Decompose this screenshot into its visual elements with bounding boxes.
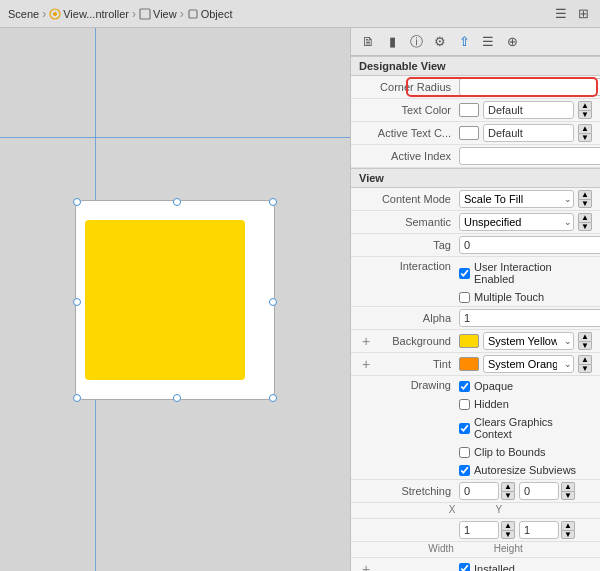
panel-question-icon[interactable]: ⓘ	[405, 31, 427, 53]
active-text-color-up[interactable]: ▲	[578, 124, 592, 133]
background-stepper[interactable]: ▲ ▼	[578, 332, 592, 350]
breadcrumb-scene[interactable]: Scene	[8, 8, 39, 20]
hidden-label: Hidden	[474, 398, 509, 410]
menu-icon[interactable]: ☰	[552, 5, 570, 23]
active-text-color-stepper[interactable]: ▲ ▼	[578, 124, 592, 142]
stretch-h-up[interactable]: ▲	[561, 521, 575, 530]
semantic-select[interactable]: Unspecified	[459, 213, 574, 231]
handle-tr[interactable]	[269, 198, 277, 206]
hidden-checkbox[interactable]	[459, 399, 470, 410]
content-mode-up[interactable]: ▲	[578, 190, 592, 199]
handle-bc[interactable]	[173, 394, 181, 402]
clears-graphics-checkbox[interactable]	[459, 423, 470, 434]
tint-down[interactable]: ▼	[578, 364, 592, 373]
text-color-swatch[interactable]	[459, 103, 479, 117]
stretch-x-input[interactable]	[459, 482, 499, 500]
handle-ml[interactable]	[73, 298, 81, 306]
stretch-w-up[interactable]: ▲	[501, 521, 515, 530]
stretch-h-down[interactable]: ▼	[561, 530, 575, 539]
clears-graphics-label: Clears Graphics Context	[474, 416, 592, 440]
stretch-x-stepper[interactable]: ▲ ▼	[501, 482, 515, 500]
opaque-checkbox[interactable]	[459, 381, 470, 392]
stretch-y-stepper[interactable]: ▲ ▼	[561, 482, 575, 500]
text-color-text: Default	[483, 101, 574, 119]
stretch-y-up[interactable]: ▲	[561, 482, 575, 491]
handle-mr[interactable]	[269, 298, 277, 306]
stretch-x-pair: ▲ ▼	[459, 482, 515, 500]
background-add-btn[interactable]: +	[359, 333, 373, 349]
stretch-x-up[interactable]: ▲	[501, 482, 515, 491]
panel-gear-icon[interactable]: ⚙	[429, 31, 451, 53]
text-color-row: Text Color Default ▲ ▼	[351, 99, 600, 122]
active-text-color-text: Default	[483, 124, 574, 142]
panel-list-icon[interactable]: ☰	[477, 31, 499, 53]
installed-value: Installed	[459, 562, 592, 572]
semantic-row: Semantic Unspecified ⌄ ▲ ▼	[351, 211, 600, 234]
panel-doc-icon[interactable]: 🗎	[357, 31, 379, 53]
breadcrumb-view[interactable]: View	[153, 8, 177, 20]
stretch-x-down[interactable]: ▼	[501, 491, 515, 500]
stretch-w-input[interactable]	[459, 521, 499, 539]
clears-graphics-row: Clears Graphics Context	[459, 415, 592, 441]
stretching-value: ▲ ▼ ▲ ▼	[459, 482, 592, 500]
stretch-h-stepper[interactable]: ▲ ▼	[561, 521, 575, 539]
background-up[interactable]: ▲	[578, 332, 592, 341]
installed-add-btn[interactable]: +	[359, 561, 373, 572]
semantic-up[interactable]: ▲	[578, 213, 592, 222]
installed-checkbox[interactable]	[459, 563, 470, 571]
stretch-y-input[interactable]	[519, 482, 559, 500]
stretch-y-down[interactable]: ▼	[561, 491, 575, 500]
tag-row: Tag ▲ ▼	[351, 234, 600, 257]
width-height-value: ▲ ▼ ▲ ▼	[459, 521, 592, 539]
breadcrumb-object[interactable]: Object	[201, 8, 233, 20]
tint-add-btn[interactable]: +	[359, 356, 373, 372]
background-select[interactable]: System Yellow Color	[483, 332, 574, 350]
alpha-row: Alpha ▲ ▼	[351, 307, 600, 330]
active-text-color-swatch[interactable]	[459, 126, 479, 140]
content-mode-stepper[interactable]: ▲ ▼	[578, 190, 592, 208]
background-down[interactable]: ▼	[578, 341, 592, 350]
active-text-color-value: Default ▲ ▼	[459, 124, 592, 142]
tint-up[interactable]: ▲	[578, 355, 592, 364]
semantic-down[interactable]: ▼	[578, 222, 592, 231]
breadcrumb-viewcontroller[interactable]: View...ntroller	[63, 8, 129, 20]
content-mode-down[interactable]: ▼	[578, 199, 592, 208]
panel-grid-icon[interactable]: ⊕	[501, 31, 523, 53]
text-color-down[interactable]: ▼	[578, 110, 592, 119]
active-index-input[interactable]	[459, 147, 600, 165]
panel-clock-icon[interactable]: ▮	[381, 31, 403, 53]
handle-tl[interactable]	[73, 198, 81, 206]
content-mode-select[interactable]: Scale To Fill	[459, 190, 574, 208]
stretch-w-down[interactable]: ▼	[501, 530, 515, 539]
width-height-label-row: Width Height	[351, 542, 600, 558]
tint-select[interactable]: System Orange Color	[483, 355, 574, 373]
tint-stepper[interactable]: ▲ ▼	[578, 355, 592, 373]
background-row: + Background System Yellow Color ⌄ ▲ ▼	[351, 330, 600, 353]
multiple-touch-checkbox[interactable]	[459, 292, 470, 303]
breadcrumb: Scene › View...ntroller › View › Object	[8, 7, 232, 21]
alpha-input[interactable]	[459, 309, 600, 327]
user-interaction-label: User Interaction Enabled	[474, 261, 592, 285]
semantic-stepper[interactable]: ▲ ▼	[578, 213, 592, 231]
x-label: X	[449, 504, 456, 515]
active-text-color-down[interactable]: ▼	[578, 133, 592, 142]
tint-color-swatch[interactable]	[459, 357, 479, 371]
handle-br[interactable]	[269, 394, 277, 402]
stretch-h-input[interactable]	[519, 521, 559, 539]
stretch-w-stepper[interactable]: ▲ ▼	[501, 521, 515, 539]
panel-attributes-icon[interactable]: ⇧	[453, 31, 475, 53]
user-interaction-checkbox[interactable]	[459, 268, 470, 279]
drawing-row: Drawing Opaque Hidden Clears Graphics Co…	[351, 376, 600, 480]
text-color-up[interactable]: ▲	[578, 101, 592, 110]
main-content: 🗎 ▮ ⓘ ⚙ ⇧ ☰ ⊕ Designable View Corner Rad…	[0, 28, 600, 571]
yellow-view-box[interactable]	[85, 220, 245, 380]
text-color-stepper[interactable]: ▲ ▼	[578, 101, 592, 119]
background-color-swatch[interactable]	[459, 334, 479, 348]
tag-input[interactable]	[459, 236, 600, 254]
autoresize-checkbox[interactable]	[459, 465, 470, 476]
corner-radius-input[interactable]	[459, 78, 600, 96]
handle-bl[interactable]	[73, 394, 81, 402]
handle-tc[interactable]	[173, 198, 181, 206]
grid-view-icon[interactable]: ⊞	[574, 5, 592, 23]
clip-bounds-checkbox[interactable]	[459, 447, 470, 458]
